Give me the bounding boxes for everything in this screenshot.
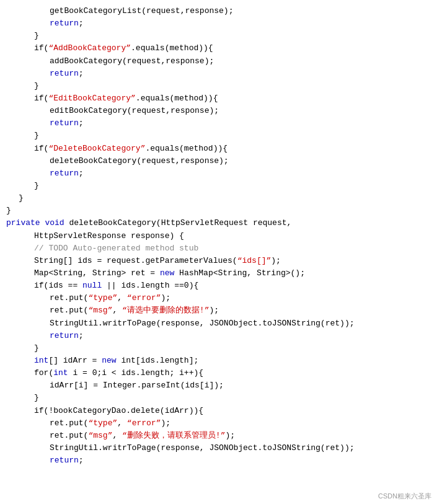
code-line: if(“AddBookCategory”.equals(method)){: [0, 42, 434, 55]
code-line: deleteBookCategory(request,response);: [0, 155, 434, 167]
code-line: }: [0, 80, 434, 92]
code-line: idArr[i] = Integer.parseInt(ids[i]);: [0, 379, 434, 392]
code-line: StringUtil.writrToPage(response, JSONObj…: [0, 317, 434, 330]
code-line: private void deleteBookCategory(HttpServ…: [0, 217, 434, 229]
code-line: int[] idArr = new int[ids.length];: [0, 355, 434, 367]
code-line: addBookCategory(request,response);: [0, 55, 434, 68]
code-line: String[] ids = request.getParameterValue…: [0, 255, 434, 267]
code-line: StringUtil.writrToPage(response, JSONObj…: [0, 442, 434, 454]
code-line: if(!bookCategoryDao.delete(idArr)){: [0, 405, 434, 417]
code-line: return;: [0, 68, 434, 80]
code-line: ret.put(“msg”, “删除失败，请联系管理员!”);: [0, 430, 434, 442]
code-line: getBookCategoryList(request,response);: [0, 5, 434, 17]
code-line: }: [0, 180, 434, 192]
watermark: CSDN粗来六圣库: [378, 491, 432, 502]
code-line: // TODO Auto-generated method stub: [0, 242, 434, 255]
code-line: return;: [0, 454, 434, 467]
code-line: if(“EditBookCategory”.equals(method)){: [0, 92, 434, 105]
code-line: if(ids == null || ids.length ==0){: [0, 280, 434, 292]
code-line: }: [0, 192, 434, 205]
code-line: if(“DeleteBookCategory”.equals(method)){: [0, 143, 434, 155]
code-line: Map<String, String> ret = new HashMap<St…: [0, 267, 434, 280]
code-viewer: getBookCategoryList(request,response);re…: [0, 0, 434, 472]
code-line: return;: [0, 17, 434, 30]
code-line: return;: [0, 330, 434, 342]
code-line: ret.put(“msg”, “请选中要删除的数据!”);: [0, 304, 434, 317]
code-line: HttpServletResponse response) {: [0, 230, 434, 242]
code-line: editBookCategory(request,response);: [0, 105, 434, 117]
code-line: }: [0, 205, 434, 217]
code-line: return;: [0, 167, 434, 180]
code-line: ret.put(“type”, “error”);: [0, 292, 434, 304]
code-line: }: [0, 342, 434, 355]
code-line: return;: [0, 117, 434, 130]
code-line: ret.put(“type”, “error”);: [0, 417, 434, 430]
code-line: for(int i = 0;i < ids.length; i++){: [0, 367, 434, 379]
code-line: }: [0, 392, 434, 404]
code-line: }: [0, 30, 434, 42]
code-line: }: [0, 130, 434, 142]
